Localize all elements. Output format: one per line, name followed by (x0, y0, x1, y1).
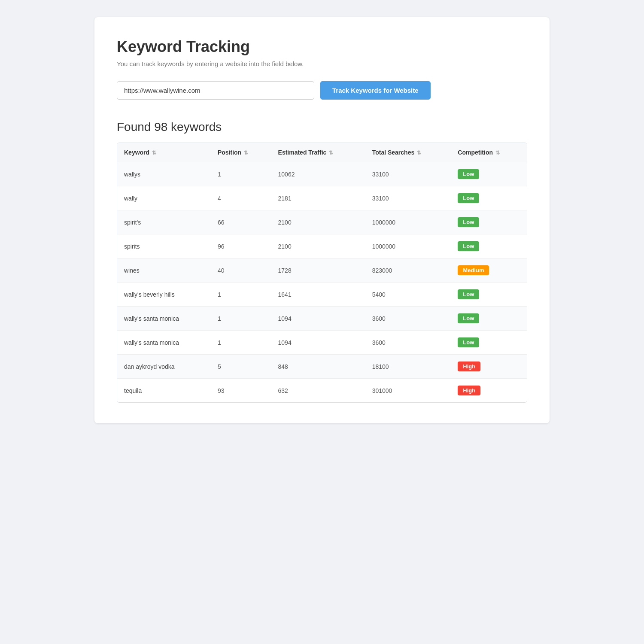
cell-total_searches: 18100 (365, 355, 451, 379)
cell-position: 1 (211, 307, 271, 331)
cell-total_searches: 3600 (365, 307, 451, 331)
cell-estimated_traffic: 632 (271, 379, 365, 403)
cell-keyword: wallys (117, 162, 211, 186)
cell-position: 1 (211, 283, 271, 307)
cell-competition: Medium (451, 258, 527, 283)
competition-badge: Low (458, 193, 479, 203)
cell-estimated_traffic: 1094 (271, 331, 365, 355)
cell-position: 4 (211, 186, 271, 210)
cell-total_searches: 33100 (365, 162, 451, 186)
cell-keyword: spirits (117, 234, 211, 258)
cell-estimated_traffic: 2100 (271, 210, 365, 234)
table-row: tequila93632301000High (117, 379, 527, 403)
sort-icon-keyword[interactable]: ⇅ (152, 150, 156, 156)
table-row: wally's santa monica110943600Low (117, 307, 527, 331)
table-row: wally's santa monica110943600Low (117, 331, 527, 355)
cell-estimated_traffic: 2181 (271, 186, 365, 210)
cell-estimated_traffic: 1094 (271, 307, 365, 331)
table-row: dan aykroyd vodka584818100High (117, 355, 527, 379)
sort-icon-position[interactable]: ⇅ (244, 150, 248, 156)
cell-position: 1 (211, 331, 271, 355)
cell-estimated_traffic: 10062 (271, 162, 365, 186)
table-row: wally's beverly hills116415400Low (117, 283, 527, 307)
col-header-keyword[interactable]: Keyword⇅ (117, 143, 211, 162)
sort-icon-competition[interactable]: ⇅ (495, 150, 500, 156)
sort-icon-total_searches[interactable]: ⇅ (417, 150, 421, 156)
track-keywords-button[interactable]: Track Keywords for Website (320, 81, 431, 100)
cell-estimated_traffic: 1728 (271, 258, 365, 283)
cell-keyword: wally's beverly hills (117, 283, 211, 307)
cell-competition: High (451, 379, 527, 403)
sort-icon-estimated_traffic[interactable]: ⇅ (329, 150, 333, 156)
cell-estimated_traffic: 1641 (271, 283, 365, 307)
cell-keyword: wally's santa monica (117, 307, 211, 331)
input-row: Track Keywords for Website (117, 81, 527, 100)
cell-competition: Low (451, 331, 527, 355)
cell-keyword: dan aykroyd vodka (117, 355, 211, 379)
competition-badge: Low (458, 169, 479, 179)
cell-position: 1 (211, 162, 271, 186)
cell-total_searches: 33100 (365, 186, 451, 210)
cell-total_searches: 301000 (365, 379, 451, 403)
website-input[interactable] (117, 81, 314, 100)
col-header-position[interactable]: Position⇅ (211, 143, 271, 162)
cell-total_searches: 1000000 (365, 234, 451, 258)
col-header-total_searches[interactable]: Total Searches⇅ (365, 143, 451, 162)
cell-position: 5 (211, 355, 271, 379)
table-row: spirits9621001000000Low (117, 234, 527, 258)
table-header: Keyword⇅Position⇅Estimated Traffic⇅Total… (117, 143, 527, 162)
competition-badge: Low (458, 217, 479, 227)
cell-competition: High (451, 355, 527, 379)
table-row: wally4218133100Low (117, 186, 527, 210)
cell-competition: Low (451, 283, 527, 307)
cell-keyword: tequila (117, 379, 211, 403)
cell-competition: Low (451, 186, 527, 210)
competition-badge: Low (458, 313, 479, 323)
cell-total_searches: 5400 (365, 283, 451, 307)
cell-total_searches: 3600 (365, 331, 451, 355)
competition-badge: Low (458, 241, 479, 251)
competition-badge: Medium (458, 265, 489, 275)
cell-total_searches: 1000000 (365, 210, 451, 234)
cell-total_searches: 823000 (365, 258, 451, 283)
cell-keyword: wally's santa monica (117, 331, 211, 355)
table-row: spirit's6621001000000Low (117, 210, 527, 234)
cell-competition: Low (451, 234, 527, 258)
cell-position: 96 (211, 234, 271, 258)
cell-position: 40 (211, 258, 271, 283)
cell-estimated_traffic: 2100 (271, 234, 365, 258)
cell-competition: Low (451, 162, 527, 186)
competition-badge: High (458, 386, 480, 395)
page-subtitle: You can track keywords by entering a web… (117, 60, 527, 67)
keywords-table-wrapper: Keyword⇅Position⇅Estimated Traffic⇅Total… (117, 143, 527, 403)
table-body: wallys11006233100Lowwally4218133100Lowsp… (117, 162, 527, 403)
page-title: Keyword Tracking (117, 38, 527, 56)
cell-position: 93 (211, 379, 271, 403)
table-row: wallys11006233100Low (117, 162, 527, 186)
col-header-competition[interactable]: Competition⇅ (451, 143, 527, 162)
competition-badge: Low (458, 289, 479, 299)
table-row: wines401728823000Medium (117, 258, 527, 283)
main-card: Keyword Tracking You can track keywords … (94, 17, 550, 423)
cell-keyword: wally (117, 186, 211, 210)
results-title: Found 98 keywords (117, 120, 527, 134)
cell-keyword: wines (117, 258, 211, 283)
cell-competition: Low (451, 210, 527, 234)
competition-badge: High (458, 361, 480, 371)
cell-position: 66 (211, 210, 271, 234)
keywords-table: Keyword⇅Position⇅Estimated Traffic⇅Total… (117, 143, 527, 402)
col-header-estimated_traffic[interactable]: Estimated Traffic⇅ (271, 143, 365, 162)
cell-estimated_traffic: 848 (271, 355, 365, 379)
cell-keyword: spirit's (117, 210, 211, 234)
competition-badge: Low (458, 337, 479, 347)
cell-competition: Low (451, 307, 527, 331)
